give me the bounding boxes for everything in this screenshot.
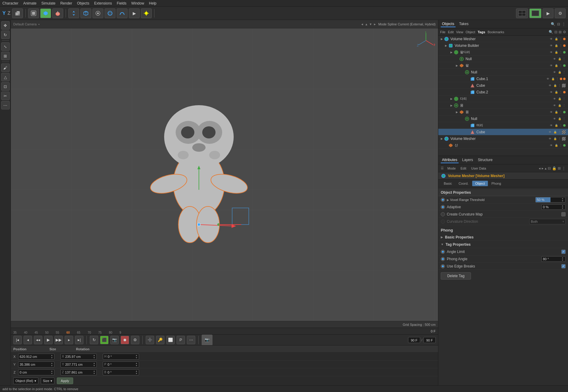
flag-lock[interactable]: 🔒: [553, 137, 557, 141]
tool-move[interactable]: ✥: [1, 21, 10, 30]
flag-eye[interactable]: 👁: [549, 63, 553, 68]
prop-radio-edge[interactable]: [441, 264, 445, 268]
coord-z-rot-input[interactable]: B 0 ° ▲ ▼: [103, 369, 139, 375]
timeline-play-forward[interactable]: ▶▶: [54, 336, 63, 344]
flag-eye[interactable]: 👁: [552, 117, 557, 121]
obj-menu-bookmarks[interactable]: Bookmarks: [488, 30, 504, 34]
vp-move-up[interactable]: ▴: [365, 22, 367, 26]
attrs-settings[interactable]: ⊞: [558, 166, 561, 170]
obj-expand-icon[interactable]: ⊞: [559, 30, 562, 34]
menu-fields[interactable]: Fields: [117, 1, 126, 5]
coord-y-rot-down[interactable]: ▼: [135, 364, 138, 367]
coord-z-rot-down[interactable]: ▼: [135, 372, 138, 375]
flag-eye[interactable]: 👁: [552, 57, 557, 61]
timeline-auto-key[interactable]: ⏺: [121, 336, 129, 344]
tool-paint[interactable]: 🖌: [1, 63, 10, 72]
coord-x-pos-up[interactable]: ▲: [51, 354, 53, 357]
flag-eye[interactable]: 👁: [552, 97, 557, 101]
coord-x-pos-input[interactable]: 620.912 cm ▲ ▼: [18, 354, 54, 360]
coord-y-size-down[interactable]: ▼: [93, 364, 95, 367]
flag-lock[interactable]: 🔒: [554, 123, 558, 128]
tab-layers[interactable]: Layers: [461, 157, 474, 163]
list-item[interactable]: ▶ 팔 👁 🔒 ⋮: [438, 62, 568, 69]
timeline-dots-btn[interactable]: ⋯: [187, 336, 195, 344]
list-item[interactable]: ▶ Volume Mesher 👁 🔒 ⋮: [438, 135, 568, 142]
timeline-record-btn[interactable]: 📷: [110, 336, 119, 344]
expand-icon[interactable]: ▶: [449, 49, 453, 56]
timeline-last-frame[interactable]: ▸|: [75, 336, 83, 344]
prop-checkbox-edge[interactable]: ✓: [561, 264, 566, 268]
tab-attributes[interactable]: Attributes: [441, 157, 459, 163]
tool-polygon[interactable]: △: [1, 73, 10, 81]
obj-filter-icon[interactable]: ⊟: [554, 30, 557, 34]
timeline-first-frame[interactable]: |◂: [13, 336, 22, 344]
flag-eye[interactable]: 👁: [549, 50, 553, 54]
objects-filter-icon[interactable]: ⊟: [557, 22, 560, 26]
objects-search-icon[interactable]: 🔍: [551, 22, 555, 26]
list-item[interactable]: ▶ Cube.1 👁 🔒 ⋮: [438, 76, 568, 82]
list-item[interactable]: ▶ Cube.2 👁 🔒 ⋮: [438, 89, 568, 96]
flag-eye[interactable]: 👁: [549, 37, 553, 41]
prop-adaptive-value[interactable]: 0 % ▲ ▼: [541, 204, 566, 210]
list-item[interactable]: ▶ 다리 👁 🔒 ⋮: [438, 96, 568, 102]
viewport-btn-2[interactable]: [529, 8, 541, 18]
list-item[interactable]: ▶ Null 👁 🔒 ⋮: [438, 56, 568, 62]
obj-menu-edit[interactable]: Edit: [448, 30, 454, 34]
flag-lock[interactable]: 🔒: [553, 83, 557, 88]
attrs-nav-fwd[interactable]: ▸: [542, 166, 544, 170]
sub-tab-coord[interactable]: Coord.: [456, 181, 472, 186]
list-item[interactable]: ▶ 머리 👁 🔒 ⋮: [438, 122, 568, 129]
coord-x-rot-up[interactable]: ▲: [135, 354, 138, 357]
toolbar-object-btn[interactable]: [40, 8, 51, 18]
coord-z-size-up[interactable]: ▲: [93, 370, 95, 372]
timeline-key-type[interactable]: P: [177, 336, 185, 344]
prop-adaptive-up[interactable]: ▲: [561, 205, 564, 207]
coord-y-pos-input[interactable]: 35.386 cm ▲ ▼: [18, 361, 54, 368]
basic-props-header[interactable]: ▶ Basic Properties: [438, 234, 568, 241]
expand-icon[interactable]: ▶: [449, 96, 453, 102]
timeline-next-frame[interactable]: ▸: [65, 336, 73, 344]
flag-lock[interactable]: 🔒: [554, 90, 558, 94]
attrs-lock[interactable]: 🔒: [552, 166, 557, 170]
timeline-keyframe-btn[interactable]: ⬛: [100, 336, 109, 344]
tool-rotate[interactable]: ↻: [1, 31, 10, 39]
prop-voxel-down[interactable]: ▼: [561, 200, 564, 202]
flag-eye[interactable]: 👁: [552, 70, 557, 74]
coord-x-rot-input[interactable]: H 0 ° ▲ ▼: [103, 354, 139, 360]
vp-move-left[interactable]: ◂: [361, 22, 363, 26]
attrs-more[interactable]: ⋮: [562, 166, 566, 170]
toolbar-arrow-btn[interactable]: ▶: [129, 8, 140, 18]
prop-phong-angle-down[interactable]: ▼: [561, 259, 564, 261]
list-item[interactable]: ▶ 몸 👁 🔒 ⋮: [438, 102, 568, 109]
tool-scale[interactable]: ⤡: [1, 42, 10, 51]
mode-btn-userdata[interactable]: User Data: [470, 166, 488, 171]
flag-lock[interactable]: 🔒: [557, 97, 562, 101]
coord-x-pos-down[interactable]: ▼: [51, 357, 53, 359]
flag-eye[interactable]: 👁: [548, 137, 552, 141]
timeline-settings[interactable]: ⚙: [131, 336, 139, 344]
tag-props-header[interactable]: ▼ Tag Properties: [438, 241, 568, 248]
menu-character[interactable]: Character: [2, 1, 18, 5]
flag-lock[interactable]: 🔒: [554, 63, 558, 68]
expand-icon[interactable]: ▶: [455, 62, 459, 69]
tab-objects[interactable]: Objects: [441, 21, 456, 27]
timeline-play[interactable]: ▶: [44, 336, 53, 344]
toolbar-mode-btn[interactable]: [28, 8, 39, 18]
frame-end-input[interactable]: 90 F: [424, 337, 436, 343]
tab-takes[interactable]: Takes: [458, 21, 470, 27]
apply-button[interactable]: Apply: [57, 377, 73, 384]
prop-adaptive-down[interactable]: ▼: [561, 207, 564, 209]
render-play-btn[interactable]: ▶: [543, 8, 553, 18]
tool-extrude[interactable]: ⊡: [1, 82, 10, 91]
prop-checkbox-curvature[interactable]: [561, 212, 566, 216]
flag-lock[interactable]: 🔒: [551, 77, 555, 81]
timeline-loop-btn[interactable]: ↻: [90, 336, 98, 344]
attrs-filter[interactable]: ⊟: [548, 166, 551, 170]
prop-phong-angle-value[interactable]: 80 ° ▲ ▼: [541, 256, 566, 262]
prop-radio-curvature[interactable]: [441, 212, 445, 216]
coord-z-rot-up[interactable]: ▲: [135, 370, 138, 372]
coord-x-rot-down[interactable]: ▼: [135, 357, 138, 359]
coord-y-pos-up[interactable]: ▲: [51, 362, 53, 364]
coord-y-rot-up[interactable]: ▲: [135, 362, 138, 364]
coord-z-pos-up[interactable]: ▲: [51, 370, 53, 372]
